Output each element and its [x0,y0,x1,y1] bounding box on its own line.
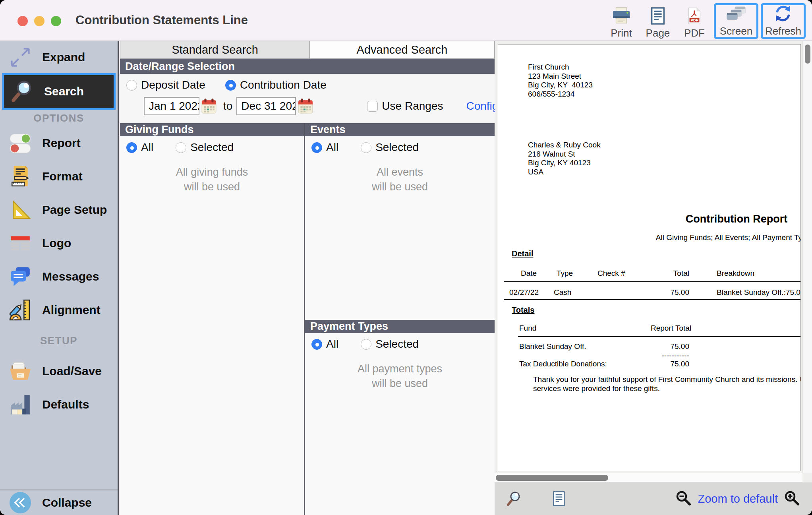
window-title: Contribution Statements Line [75,13,248,27]
sidebar-item-expand[interactable]: Expand [0,41,118,73]
title-bar: Contribution Statements Line Print Page … [0,0,812,41]
refresh-icon [773,4,793,25]
events-selected-radio[interactable] [361,142,371,153]
report-preview-panel: First Church 123 Main Street Big City, K… [495,41,812,515]
payment-types-all-radio[interactable] [311,339,322,350]
vertical-scrollbar-thumb[interactable] [805,45,810,64]
sidebar-item-logo[interactable]: Logo [0,227,118,260]
sidebar-item-page-setup[interactable]: Page Setup [0,193,118,227]
payment-types-note: All payment types will be used [305,362,495,391]
sidebar-item-label: Collapse [42,496,92,509]
triangle-ruler-icon [8,197,33,222]
to-label: to [223,100,232,112]
sidebar-item-label: Load/Save [42,364,102,378]
vertical-scrollbar[interactable] [802,41,812,473]
zoom-to-default-link[interactable]: Zoom to default [698,492,778,505]
factory-icon [8,392,33,417]
zoom-window-button[interactable] [51,16,61,26]
sidebar-item-label: Alignment [42,303,101,317]
magnifier-icon [10,79,35,104]
events-header: Events [305,123,495,136]
folder-icon [8,359,33,383]
tab-standard-search[interactable]: Standard Search [120,41,310,59]
pdf-icon: PDF [685,7,704,27]
page-button[interactable]: Page [641,3,675,39]
sidebar-item-report[interactable]: Report [0,126,118,160]
church-address: First Church 123 Main Street Big City, K… [528,63,593,99]
pdf-button[interactable]: PDF PDF [677,3,711,39]
sidebar-item-search[interactable]: Search [2,73,116,110]
zoom-in-icon[interactable] [783,490,801,507]
horizontal-scrollbar-thumb[interactable] [496,475,608,481]
report-title: Contribution Report [686,213,787,225]
sidebar-item-format[interactable]: Format [0,160,118,193]
horizontal-scrollbar[interactable] [495,473,802,482]
payment-types-section: All Selected All payment types will be u… [305,333,495,515]
date-range-section: Deposit Date Contribution Date to Use Ra… [120,74,495,123]
sidebar-item-messages[interactable]: Messages [0,260,118,293]
sidebar-item-label: Report [42,136,81,150]
sidebar-item-label: Messages [42,270,99,283]
payment-types-header: Payment Types [305,320,495,333]
page-icon [649,7,667,27]
deposit-date-label: Deposit Date [141,79,205,91]
giving-funds-all-radio[interactable] [126,142,137,153]
report-subtitle: All Giving Funds; All Events; All Paymen… [656,233,801,242]
sidebar-item-label: Expand [42,50,85,64]
printer-icon [611,7,631,27]
sidebar-item-collapse[interactable]: Collapse [0,490,118,515]
use-ranges-checkbox[interactable] [367,101,378,112]
minimize-window-button[interactable] [34,16,44,26]
events-note: All events will be used [305,165,495,194]
chat-bubbles-icon [8,264,33,289]
sidebar-item-alignment[interactable]: Alignment [0,293,118,327]
search-panel: Standard Search Advanced Search Date/Ran… [120,41,495,515]
magnifier-icon[interactable] [506,490,522,507]
detail-heading: Detail [512,249,533,258]
calendar-icon[interactable] [201,97,217,115]
contribution-date-label: Contribution Date [240,79,327,91]
totals-separator: ----------- [629,351,689,360]
sidebar-item-defaults[interactable]: Defaults [0,388,118,421]
giving-funds-section: Giving Funds All Selected All giving fun… [120,123,305,515]
sidebar-setup-header: SETUP [0,327,118,354]
contribution-date-radio[interactable] [225,80,236,91]
date-from-input[interactable] [144,97,199,115]
sidebar-item-load-save[interactable]: Load/Save [0,354,118,388]
sidebar: Expand Search OPTIONS Report Format [0,41,119,515]
sidebar-item-label: Defaults [42,398,89,411]
screen-button[interactable]: Screen [714,3,758,39]
date-to-input[interactable] [236,97,296,115]
screen-icon [726,6,746,25]
close-window-button[interactable] [17,16,28,26]
payment-types-selected-radio[interactable] [361,339,371,350]
search-tabs: Standard Search Advanced Search [120,41,495,59]
deposit-date-radio[interactable] [126,80,137,91]
events-all-radio[interactable] [311,142,322,153]
report-page: First Church 123 Main Street Big City, K… [498,44,801,471]
events-section: All Selected All events will be used [305,136,495,320]
print-button[interactable]: Print [604,3,638,39]
sidebar-item-label: Format [42,170,83,183]
svg-text:PDF: PDF [690,18,698,22]
pencil-ruler-protractor-icon [8,298,33,322]
sidebar-options-header: OPTIONS [0,110,118,126]
toolbar: Print Page PDF PDF Screen [604,3,806,39]
logo-blocks-icon [8,231,33,256]
totals-heading: Totals [512,306,534,315]
sidebar-item-label: Page Setup [42,203,107,217]
traffic-lights [17,16,61,26]
giving-funds-note: All giving funds will be used [120,165,304,194]
app-window: Contribution Statements Line Print Page … [0,0,812,515]
donor-address: Charles & Ruby Cook 218 Walnut St Big Ci… [528,141,601,176]
document-icon[interactable] [551,491,567,507]
giving-funds-selected-radio[interactable] [176,142,186,153]
sidebar-item-label: Search [44,85,84,98]
document-pencil-icon [8,164,33,189]
zoom-out-icon[interactable] [675,490,692,507]
calendar-icon[interactable] [298,97,313,115]
use-ranges-label: Use Ranges [382,100,443,112]
refresh-button[interactable]: Refresh [761,3,806,39]
tab-advanced-search[interactable]: Advanced Search [310,41,495,59]
date-range-section-header: Date/Range Selection [120,59,495,74]
